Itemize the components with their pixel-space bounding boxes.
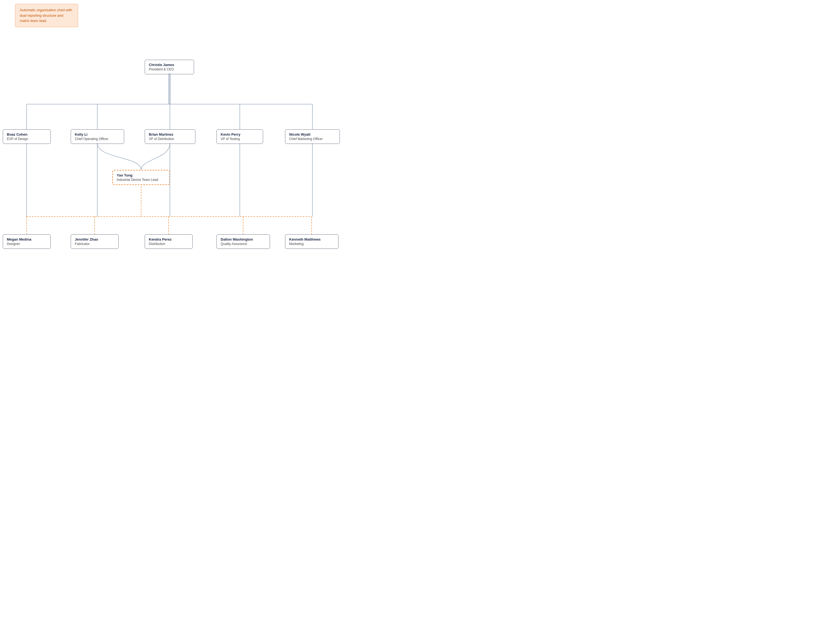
info-box: Automatic organization chart with dual r… (15, 4, 78, 27)
ceo-name: Christie James (149, 63, 190, 67)
node-dalton: Dalton Washington Quality Assurance (216, 234, 270, 249)
node-ceo: Christie James President & CEO (145, 60, 194, 74)
yao-name: Yao Tung (117, 173, 166, 177)
node-nicole: Nicole Wyatt Chief Marketing Officer (285, 129, 340, 144)
yao-title: Industrial Device Team Lead (117, 178, 166, 182)
kevin-name: Kevin Perry (221, 133, 259, 136)
kenneth-name: Kenneth Matthews (289, 237, 334, 242)
node-yao: Yao Tung Industrial Device Team Lead (112, 170, 170, 185)
jennifer-name: Jennifer Zhao (75, 237, 115, 242)
megan-name: Megan Medina (7, 237, 47, 242)
boaz-title: EVP of Design (7, 137, 47, 141)
kevin-title: VP of Testing (221, 137, 259, 141)
jennifer-title: Fabricator (75, 242, 115, 246)
node-kevin: Kevin Perry VP of Testing (216, 129, 263, 144)
brian-title: VP of Distribution (149, 137, 191, 141)
kelly-title: Chief Operating Officer (75, 137, 120, 141)
node-boaz: Boaz Cohen EVP of Design (3, 129, 51, 144)
kenneth-title: Marketing (289, 242, 334, 246)
node-kendra: Kendra Perez Distribution (145, 234, 193, 249)
dalton-name: Dalton Washington (221, 237, 266, 242)
node-jennifer: Jennifer Zhao Fabricator (71, 234, 118, 249)
dalton-title: Quality Assurance (221, 242, 266, 246)
kelly-name: Kelly Li (75, 133, 120, 136)
ceo-title: President & CEO (149, 68, 190, 71)
node-megan: Megan Medina Designer (3, 234, 51, 249)
kendra-name: Kendra Perez (149, 237, 189, 242)
kendra-title: Distribution (149, 242, 189, 246)
brian-name: Brian Martinez (149, 133, 191, 136)
node-kelly: Kelly Li Chief Operating Officer (71, 129, 124, 144)
nicole-title: Chief Marketing Officer (289, 137, 336, 141)
info-box-text: Automatic organization chart with dual r… (20, 8, 72, 23)
boaz-name: Boaz Cohen (7, 133, 47, 136)
nicole-name: Nicole Wyatt (289, 133, 336, 136)
node-kenneth: Kenneth Matthews Marketing (285, 234, 338, 249)
node-brian: Brian Martinez VP of Distribution (145, 129, 196, 144)
megan-title: Designer (7, 242, 47, 246)
